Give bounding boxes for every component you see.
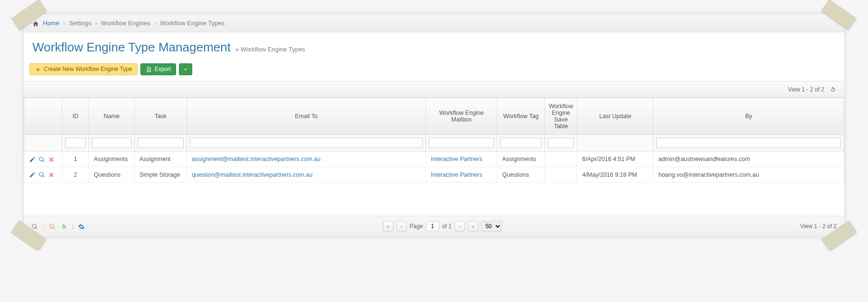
filter-name[interactable] [92,138,131,148]
delete-icon[interactable] [48,171,55,179]
cell-tag: Assignments [497,151,545,167]
filter-by[interactable] [656,138,841,148]
cell-email-to[interactable]: assignment@mailtest.interactivepartners.… [192,156,320,162]
column-tag[interactable]: Workflow Tag [497,98,545,135]
pager-bar: | | « ‹ Page of 1 › » 50 View 1 - 2 of [24,216,844,236]
toolbar: Create New Workflow Engine Type Export [24,63,844,81]
filter-tag[interactable] [500,138,542,148]
export-dropdown-button[interactable] [179,63,192,75]
page-title: Workflow Engine Type Management [32,40,231,55]
cell-last-update: 4/May/2016 9:18 PM [577,167,653,182]
filter-row [24,135,844,151]
breadcrumb-sep: › [95,20,97,27]
column-email-to[interactable]: Email To [187,98,426,135]
cell-save-table [545,151,577,167]
export-button-label: Export [155,66,171,72]
magnify-icon[interactable] [39,171,45,179]
cell-task: Assignment [135,151,187,167]
edit-icon[interactable] [29,171,36,179]
cell-by: hoang.vo@interactivepartners.com.au [653,167,844,182]
cell-last-update: 6/Apr/2016 4:51 PM [577,151,653,167]
cell-id: 2 [62,167,89,182]
magnify-icon[interactable] [39,155,45,163]
pager-page-input[interactable] [426,221,439,231]
breadcrumb-sep: › [154,20,156,27]
cell-mailbox[interactable]: Interactive Partners [431,171,482,178]
cell-name: Assignments [89,151,135,167]
pager-prev-button[interactable]: ‹ [396,221,407,232]
export-button[interactable]: Export [140,63,177,75]
breadcrumb: Home › Settings › Workflow Engines › Wor… [24,14,844,32]
filter-email-to[interactable] [190,138,423,148]
column-mailbox[interactable]: Workflow Engine Mailbox [426,98,497,135]
breadcrumb-engines[interactable]: Workflow Engines [101,20,150,27]
plus-icon [35,66,41,73]
page-subpath: » Workflow Engine Types [236,46,305,53]
pager-last-button[interactable]: » [468,221,478,232]
pager-next-button[interactable]: › [454,221,465,232]
gear-icon[interactable] [78,223,85,231]
table-row: 1 Assignments Assignment assignment@mail… [24,151,844,167]
cell-name: Questions [89,167,135,182]
filter-id[interactable] [65,138,86,148]
pager-first-button[interactable]: « [383,221,394,232]
breadcrumb-sep: › [63,20,65,27]
page-title-row: Workflow Engine Type Management » Workfl… [24,32,844,63]
cell-task: Simple Storage [135,167,187,182]
cell-id: 1 [62,151,89,167]
pager-left-tools: | | [31,223,85,231]
cell-by: admin@austnewsandfeatures.com [653,151,844,167]
delete-icon[interactable] [48,155,55,163]
create-button[interactable]: Create New Workflow Engine Type [30,63,138,75]
breadcrumb-types: Workflow Engine Types [160,20,225,27]
pager-of-label: of 1 [442,223,452,230]
reload-icon[interactable] [60,223,67,231]
search-highlight-icon[interactable] [49,223,56,231]
filter-task[interactable] [138,138,184,148]
edit-icon[interactable] [29,155,36,163]
pager-size-select[interactable]: 50 [481,221,502,232]
column-save-table[interactable]: Workflow Engine Save Table [545,98,577,135]
column-actions [24,98,62,135]
data-table: ID Name Task Email To Workflow Engine Ma… [24,98,844,182]
cell-tag: Questions [497,167,545,182]
filter-save-table[interactable] [548,138,574,148]
caret-down-icon [182,66,189,73]
column-id[interactable]: ID [62,98,89,135]
cell-mailbox[interactable]: Interactive Partners [431,156,482,162]
pager-page-label: Page [410,223,423,230]
refresh-icon[interactable] [829,85,837,93]
breadcrumb-home[interactable]: Home [43,20,59,27]
breadcrumb-settings[interactable]: Settings [69,20,91,27]
column-name[interactable]: Name [89,98,135,135]
column-last-update[interactable]: Last Update [577,98,653,135]
cell-save-table [545,167,577,182]
table-row: 2 Questions Simple Storage question@mail… [24,167,844,182]
table-info-top: View 1 - 2 of 2 [24,81,844,98]
column-task[interactable]: Task [135,98,187,135]
column-by[interactable]: By [653,98,844,135]
view-range-top: View 1 - 2 of 2 [788,86,825,93]
filter-mailbox[interactable] [429,138,494,148]
export-icon [146,66,152,73]
view-range-bottom: View 1 - 2 of 2 [800,223,837,230]
create-button-label: Create New Workflow Engine Type [44,66,132,72]
cell-email-to[interactable]: question@mailtest.interactivepartners.co… [192,171,313,178]
pager-center: « ‹ Page of 1 › » 50 [85,221,800,232]
